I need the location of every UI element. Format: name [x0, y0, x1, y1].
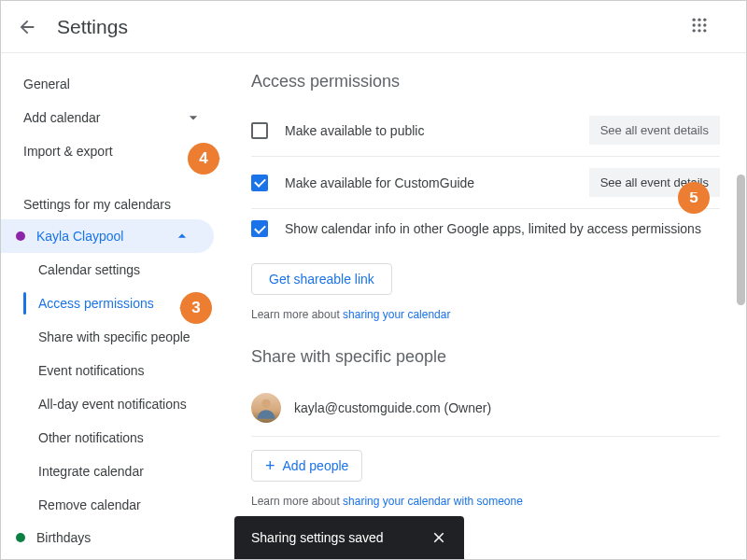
sidebar-sub-event-notifications[interactable]: Event notifications [1, 354, 225, 387]
svg-point-0 [693, 18, 696, 21]
calendar-color-dot [16, 533, 25, 542]
svg-point-5 [703, 23, 706, 26]
plus-icon: + [265, 459, 275, 472]
svg-point-1 [698, 18, 700, 21]
calendar-name: Birthdays [36, 530, 91, 545]
perm-row-org: Make available for CustomGuide See all e… [251, 157, 720, 209]
google-apps-icon[interactable] [690, 16, 712, 38]
scrollbar[interactable] [735, 53, 746, 315]
calendar-name: Kayla Claypool [36, 229, 123, 244]
perm-row-googleapps: Show calendar info in other Google apps,… [251, 209, 720, 248]
add-people-button[interactable]: + Add people [251, 450, 362, 482]
chevron-down-icon [184, 108, 203, 127]
perm-row-public: Make available to public See all event d… [251, 105, 720, 157]
get-shareable-link-button[interactable]: Get shareable link [251, 263, 392, 295]
sidebar-calendar-active[interactable]: Kayla Claypool [1, 219, 214, 253]
sidebar-sub-allday-notifications[interactable]: All-day event notifications [1, 387, 225, 421]
sidebar-item-label: Add calendar [23, 110, 101, 125]
access-permissions-title: Access permissions [251, 72, 720, 91]
checkbox-public[interactable] [251, 122, 268, 139]
svg-point-8 [703, 29, 706, 32]
callout-3: 3 [180, 292, 212, 324]
see-details-button-public[interactable]: See all event details [589, 116, 720, 145]
back-arrow-icon[interactable] [16, 16, 38, 38]
sidebar-general[interactable]: General [1, 68, 225, 100]
user-avatar [251, 393, 281, 423]
toast-text: Sharing settings saved [251, 530, 384, 545]
sidebar-sub-share-specific[interactable]: Share with specific people [1, 320, 225, 354]
learn-more-link[interactable]: sharing your calendar [343, 308, 450, 321]
scrollbar-thumb[interactable] [737, 175, 745, 305]
main-content: Access permissions Make available to pub… [225, 53, 746, 560]
sidebar-sub-calendar-settings[interactable]: Calendar settings [1, 253, 225, 287]
toast: Sharing settings saved [234, 516, 464, 559]
toast-close-icon[interactable] [430, 529, 447, 546]
page-title: Settings [57, 16, 128, 38]
learn-more-sharing: Learn more about sharing your calendar [251, 302, 720, 347]
sidebar-add-calendar[interactable]: Add calendar [1, 100, 225, 135]
callout-5: 5 [678, 182, 710, 214]
sidebar-sub-other-notifications[interactable]: Other notifications [1, 421, 225, 455]
svg-point-7 [698, 29, 700, 32]
callout-4: 4 [188, 143, 219, 175]
share-specific-title: Share with specific people [251, 347, 720, 367]
svg-point-6 [693, 29, 696, 32]
sidebar-sub-integrate[interactable]: Integrate calendar [1, 455, 225, 488]
perm-label-org: Make available for CustomGuide [285, 175, 572, 190]
share-owner-row: kayla@customguide.com (Owner) [251, 380, 720, 437]
svg-point-9 [261, 399, 270, 408]
calendar-color-dot [16, 231, 25, 241]
add-people-label: Add people [283, 458, 349, 473]
owner-email: kayla@customguide.com (Owner) [294, 400, 491, 415]
sidebar-heading: Settings for my calendars [1, 182, 225, 219]
perm-label-googleapps: Show calendar info in other Google apps,… [285, 221, 720, 236]
sidebar-calendar-birthdays[interactable]: Birthdays [1, 522, 225, 553]
checkbox-org[interactable] [251, 175, 268, 191]
chevron-up-icon [173, 227, 191, 245]
learn-more-link[interactable]: sharing your calendar with someone [343, 495, 523, 508]
header: Settings [1, 1, 746, 53]
svg-point-4 [698, 23, 700, 26]
checkbox-googleapps[interactable] [251, 220, 268, 237]
sidebar-sub-remove[interactable]: Remove calendar [1, 488, 225, 522]
svg-point-3 [693, 23, 696, 26]
perm-label-public: Make available to public [285, 123, 572, 138]
svg-point-2 [703, 18, 706, 21]
